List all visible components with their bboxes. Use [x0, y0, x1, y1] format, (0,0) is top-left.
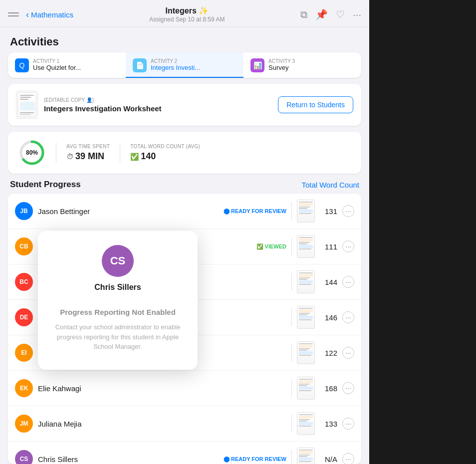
word-count: 133	[320, 420, 337, 428]
total-word-count-link[interactable]: Total Word Count	[301, 181, 359, 189]
thumbnail-mini	[297, 270, 315, 293]
progress-pct: 80%	[26, 149, 38, 156]
clock-icon: ⏱	[66, 153, 73, 161]
worksheet-section: (EDITABLE COPY 👤) Integers Investigation…	[8, 84, 361, 126]
tab-activity2[interactable]: 📄 ACTIVITY 2 Integers Investi...	[126, 52, 243, 78]
avatar: DE	[15, 308, 33, 326]
header-left: ‹ Mathematics	[8, 9, 73, 20]
separator	[291, 344, 292, 362]
separator	[291, 202, 292, 220]
more-button[interactable]: ···	[342, 382, 354, 394]
separator	[291, 379, 292, 397]
student-list: JBJason Bettinger⬤ READY FOR REVIEW131··…	[8, 194, 361, 464]
student-progress-title: Student Progress	[10, 180, 81, 190]
activity-tabs: Q ACTIVITY 1 Use Quizlet for... 📄 ACTIVI…	[8, 52, 361, 78]
more-button[interactable]: ···	[342, 418, 354, 430]
word-count-group: TOTAL WORD COUNT (AVG) ✅ 140	[130, 144, 200, 162]
separator	[291, 308, 292, 326]
tab2-label: ACTIVITY 2	[151, 58, 200, 64]
separator	[291, 415, 292, 433]
avatar: EI	[15, 344, 33, 362]
worksheet-thumbnail	[16, 91, 38, 119]
popup-avatar: CS	[102, 245, 134, 277]
duplicate-icon[interactable]: ⧉	[300, 9, 307, 20]
word-count-value: ✅ 140	[130, 151, 200, 162]
activities-header: Activities	[0, 27, 369, 52]
thumbnail-mini	[297, 377, 315, 400]
word-count: 111	[320, 242, 337, 251]
separator	[291, 273, 292, 291]
more-button[interactable]: ···	[342, 276, 354, 288]
back-label: Mathematics	[31, 10, 73, 19]
word-count: 122	[320, 349, 337, 357]
status-badge: ⬤ READY FOR REVIEW	[224, 456, 286, 463]
student-row[interactable]: EKElie Kahwagi168···	[8, 371, 361, 406]
header-center: Integers ✨ Assigned Sep 10 at 8:59 AM	[149, 6, 225, 23]
tab1-label: ACTIVITY 1	[33, 58, 81, 64]
word-count: 144	[320, 278, 337, 286]
avg-time-value: ⏱ 39 MIN	[66, 151, 110, 162]
more-icon[interactable]: ···	[353, 9, 361, 20]
stat-divider-2	[120, 143, 120, 163]
student-name: Chris Sillers	[38, 455, 219, 464]
tab3-label: ACTIVITY 3	[268, 58, 295, 64]
thumbnail-mini	[297, 412, 315, 435]
word-count: 168	[320, 384, 337, 393]
tab-activity1[interactable]: Q ACTIVITY 1 Use Quizlet for...	[8, 52, 126, 78]
avatar: EK	[15, 379, 33, 397]
student-row[interactable]: JBJason Bettinger⬤ READY FOR REVIEW131··…	[8, 194, 361, 229]
worksheet-name: Integers Investigation Worksheet	[44, 104, 162, 113]
tab2-name: Integers Investi...	[151, 64, 200, 71]
word-count-label: TOTAL WORD COUNT (AVG)	[130, 144, 200, 149]
activity2-icon: 📄	[133, 58, 147, 72]
more-button[interactable]: ···	[342, 347, 354, 359]
thumbnail-mini	[297, 341, 315, 364]
activity1-icon: Q	[15, 58, 29, 72]
status-badge: ✅ VIEWED	[256, 243, 286, 250]
chevron-left-icon: ‹	[26, 9, 29, 20]
thumbnail-mini	[297, 306, 315, 329]
stats-row: 80% AVG TIME SPENT ⏱ 39 MIN TOTAL WORD C…	[8, 132, 361, 174]
worksheet-badge: (EDITABLE COPY 👤)	[44, 97, 162, 103]
tab1-name: Use Quizlet for...	[33, 64, 81, 71]
avatar: CS	[15, 450, 33, 464]
avatar: JB	[15, 202, 33, 220]
popup-overlay: CS Chris Sillers Progress Reporting Not …	[38, 231, 198, 370]
header: ‹ Mathematics Integers ✨ Assigned Sep 10…	[0, 0, 369, 27]
pin-icon[interactable]: 📌	[315, 8, 328, 20]
header-title: Integers ✨	[149, 6, 225, 15]
tab-activity3[interactable]: 📊 ACTIVITY 3 Survey	[243, 52, 361, 78]
student-progress-header: Student Progress Total Word Count	[0, 180, 369, 194]
status-badge: ⬤ READY FOR REVIEW	[224, 208, 286, 215]
avg-time-label: AVG TIME SPENT	[66, 144, 110, 149]
sidebar-toggle[interactable]	[8, 9, 22, 19]
student-row[interactable]: JMJuliana Mejia133···	[8, 406, 361, 442]
return-to-students-button[interactable]: Return to Students	[278, 96, 353, 113]
more-button[interactable]: ···	[342, 311, 354, 323]
student-name: Elie Kahwagi	[38, 384, 286, 393]
popup-message-title: Progress Reporting Not Enabled	[60, 308, 176, 316]
separator	[291, 450, 292, 464]
student-row[interactable]: CSChris Sillers⬤ READY FOR REVIEWN/A···	[8, 442, 361, 464]
more-button[interactable]: ···	[342, 205, 354, 217]
back-button[interactable]: ‹ Mathematics	[26, 9, 73, 20]
popup-message-body: Contact your school administrator to ena…	[50, 322, 186, 352]
avatar: CB	[15, 237, 33, 255]
separator	[291, 237, 292, 255]
avg-time-group: AVG TIME SPENT ⏱ 39 MIN	[66, 144, 110, 162]
avatar: BC	[15, 273, 33, 291]
progress-circle: 80%	[18, 139, 46, 167]
more-button[interactable]: ···	[342, 240, 354, 252]
tab3-name: Survey	[268, 64, 295, 71]
popup-name: Chris Sillers	[94, 283, 141, 292]
avatar: JM	[15, 415, 33, 433]
student-name: Juliana Mejia	[38, 420, 286, 428]
word-count: 131	[320, 207, 337, 216]
check-icon: ✅	[130, 153, 139, 161]
more-button[interactable]: ···	[342, 453, 354, 464]
heart-icon[interactable]: ♡	[336, 8, 345, 20]
word-count: N/A	[320, 455, 337, 464]
word-count: 146	[320, 313, 337, 322]
dark-panel	[369, 0, 476, 464]
thumbnail-mini	[297, 235, 315, 258]
